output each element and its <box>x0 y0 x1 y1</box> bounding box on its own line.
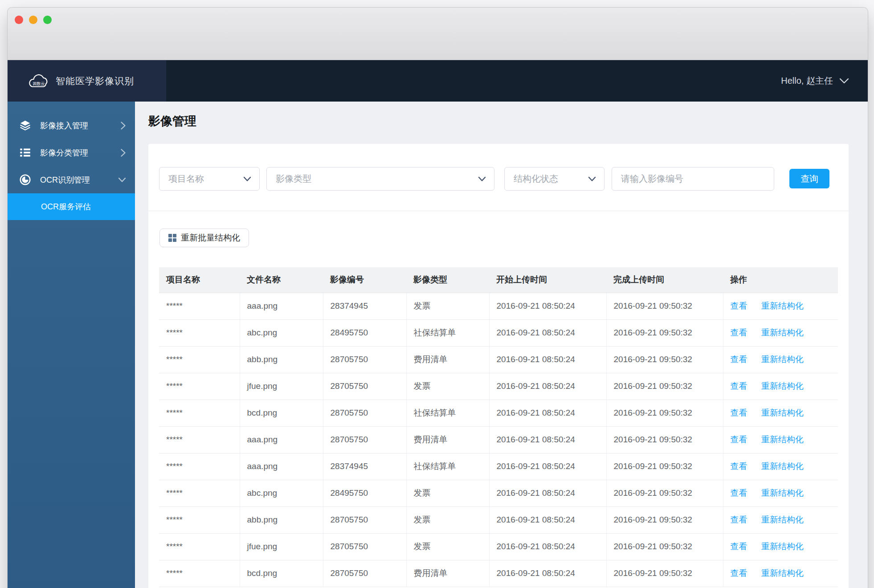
table-cell: jfue.png <box>240 533 323 560</box>
content-area: 影像管理 项目名称 影像类型 结构化状态 <box>135 102 868 588</box>
page-title: 影像管理 <box>148 113 196 129</box>
structured-status-placeholder: 结构化状态 <box>514 173 558 185</box>
table-header: 项目名称 <box>159 267 240 293</box>
table-header: 操作 <box>723 267 838 293</box>
table-cell: aaa.png <box>240 426 323 453</box>
restructure-link[interactable]: 重新结构化 <box>761 301 804 310</box>
table-cell: 发票 <box>406 533 489 560</box>
table-cell: abc.png <box>240 480 323 506</box>
table-cell: 2016-09-21 08:50:24 <box>489 400 606 426</box>
project-name-select[interactable]: 项目名称 <box>159 167 260 191</box>
table-cell: ***** <box>159 453 240 480</box>
table-cell: abc.png <box>240 319 323 346</box>
view-link[interactable]: 查看 <box>731 381 747 391</box>
close-button[interactable] <box>15 16 23 24</box>
view-link[interactable]: 查看 <box>731 515 747 524</box>
restructure-link[interactable]: 重新结构化 <box>761 461 804 471</box>
view-link[interactable]: 查看 <box>731 542 747 551</box>
minimize-button[interactable] <box>29 16 37 24</box>
table-cell: 2016-09-21 08:50:24 <box>489 293 606 319</box>
search-button[interactable]: 查询 <box>789 169 829 188</box>
table-cell: ***** <box>159 426 240 453</box>
table-cell-actions: 查看 重新结构化 <box>723 426 838 453</box>
restructure-link[interactable]: 重新结构化 <box>761 381 804 391</box>
view-link[interactable]: 查看 <box>731 301 747 310</box>
table-cell: 发票 <box>406 293 489 319</box>
table-cell: ***** <box>159 319 240 346</box>
view-link[interactable]: 查看 <box>731 568 747 578</box>
zoom-button[interactable] <box>43 16 52 24</box>
image-type-select[interactable]: 影像类型 <box>266 167 494 191</box>
table-cell: 2016-09-21 09:50:32 <box>606 373 723 400</box>
restructure-link[interactable]: 重新结构化 <box>761 515 804 524</box>
table-cell: 28705750 <box>323 400 406 426</box>
app-window: 因数云 智能医学影像识别 Hello, 赵主任 影像接入管理 影像分类管理 OC… <box>8 8 868 588</box>
view-link[interactable]: 查看 <box>731 408 747 417</box>
view-link[interactable]: 查看 <box>731 488 747 498</box>
image-id-input[interactable] <box>612 167 774 191</box>
user-menu[interactable]: Hello, 赵主任 <box>781 60 868 102</box>
images-table: 项目名称文件名称影像编号影像类型开始上传时间完成上传时间操作 *****aaa.… <box>159 267 838 587</box>
table-cell: 2016-09-21 08:50:24 <box>489 319 606 346</box>
table-header: 文件名称 <box>240 267 323 293</box>
chevron-right-icon <box>120 148 126 157</box>
app-title: 智能医学影像识别 <box>56 75 134 87</box>
table-cell: 费用清单 <box>406 426 489 453</box>
sidebar-item-label: OCR识别管理 <box>40 175 90 185</box>
table-cell: 2016-09-21 08:50:24 <box>489 346 606 373</box>
table-header: 完成上传时间 <box>606 267 723 293</box>
sidebar-item-label: 影像分类管理 <box>40 147 88 158</box>
table-cell: 28374945 <box>323 453 406 480</box>
table-row: *****abb.png28705750发票2016-09-21 08:50:2… <box>159 506 838 533</box>
view-link[interactable]: 查看 <box>731 355 747 364</box>
view-link[interactable]: 查看 <box>731 435 747 444</box>
table-cell: 2016-09-21 08:50:24 <box>489 560 606 587</box>
table-cell: 2016-09-21 08:50:24 <box>489 453 606 480</box>
table-cell-actions: 查看 重新结构化 <box>723 533 838 560</box>
table-row: *****jfue.png28705750发票2016-09-21 08:50:… <box>159 533 838 560</box>
table-cell: 28705750 <box>323 373 406 400</box>
chevron-down-icon <box>243 176 251 182</box>
table-cell: abb.png <box>240 346 323 373</box>
restructure-link[interactable]: 重新结构化 <box>761 328 804 337</box>
table-row: *****aaa.png28705750费用清单2016-09-21 08:50… <box>159 426 838 453</box>
restructure-link[interactable]: 重新结构化 <box>761 568 804 578</box>
table-row: *****abb.png28705750费用清单2016-09-21 08:50… <box>159 346 838 373</box>
layers-icon <box>18 119 33 131</box>
view-link[interactable]: 查看 <box>731 461 747 471</box>
table-cell: 2016-09-21 08:50:24 <box>489 533 606 560</box>
table-cell: 社保结算单 <box>406 319 489 346</box>
clock-icon <box>18 174 33 186</box>
restructure-link[interactable]: 重新结构化 <box>761 488 804 498</box>
table-cell: ***** <box>159 400 240 426</box>
batch-restructure-button[interactable]: 重新批量结构化 <box>159 229 249 247</box>
restructure-link[interactable]: 重新结构化 <box>761 435 804 444</box>
sidebar-item-2[interactable]: OCR识别管理 <box>8 166 135 193</box>
batch-restructure-label: 重新批量结构化 <box>181 232 240 244</box>
restructure-link[interactable]: 重新结构化 <box>761 542 804 551</box>
list-icon <box>18 147 33 159</box>
chevron-down-icon <box>118 177 126 183</box>
table-cell: 2016-09-21 09:50:32 <box>606 426 723 453</box>
table-cell: ***** <box>159 373 240 400</box>
table-cell: 2016-09-21 09:50:32 <box>606 293 723 319</box>
table-cell: ***** <box>159 480 240 506</box>
sidebar: 影像接入管理 影像分类管理 OCR识别管理 OCR服务评估 <box>8 102 135 588</box>
sidebar-item-1[interactable]: 影像分类管理 <box>8 139 135 166</box>
structured-status-select[interactable]: 结构化状态 <box>504 167 604 191</box>
sidebar-subitem-ocr-service-eval[interactable]: OCR服务评估 <box>8 193 135 220</box>
view-link[interactable]: 查看 <box>731 328 747 337</box>
restructure-link[interactable]: 重新结构化 <box>761 355 804 364</box>
sidebar-item-0[interactable]: 影像接入管理 <box>8 112 135 139</box>
table-cell-actions: 查看 重新结构化 <box>723 400 838 426</box>
sidebar-item-label: 影像接入管理 <box>40 120 88 131</box>
project-name-placeholder: 项目名称 <box>168 173 204 185</box>
user-greeting: Hello, 赵主任 <box>781 75 833 87</box>
restructure-link[interactable]: 重新结构化 <box>761 408 804 417</box>
table-cell: 2016-09-21 09:50:32 <box>606 346 723 373</box>
table-row: *****aaa.png28374945社保结算单2016-09-21 08:5… <box>159 453 838 480</box>
table-cell: 2016-09-21 09:50:32 <box>606 400 723 426</box>
table-cell: 2016-09-21 09:50:32 <box>606 560 723 587</box>
table-row: *****jfue.png28705750发票2016-09-21 08:50:… <box>159 373 838 400</box>
table-cell: 28495750 <box>323 319 406 346</box>
